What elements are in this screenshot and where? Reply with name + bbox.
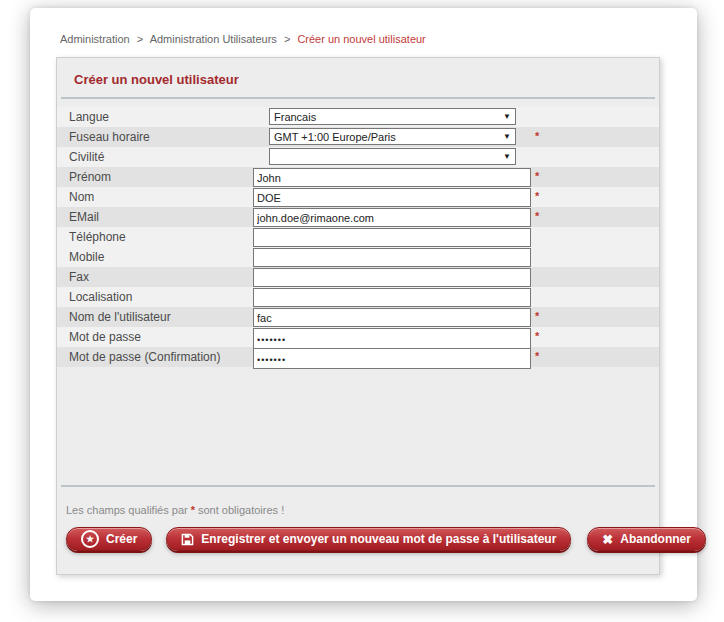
field-control	[253, 247, 659, 267]
field-control: *	[253, 327, 659, 347]
form-row: Fax	[57, 267, 659, 287]
required-asterisk: *	[535, 130, 539, 142]
title-separator	[61, 97, 655, 99]
field-control: *	[253, 167, 659, 187]
breadcrumb-separator: >	[284, 33, 290, 45]
select-value: Francais	[270, 109, 515, 124]
field-input[interactable]	[253, 228, 531, 247]
breadcrumb: Administration > Administration Utilisat…	[60, 33, 426, 45]
field-label: Localisation	[57, 290, 253, 304]
form-row: Téléphone	[57, 227, 659, 247]
field-control: GMT +1:00 Europe/Paris ▼ *	[253, 127, 659, 147]
star-icon: ★	[81, 530, 99, 548]
field-label: Langue	[57, 110, 253, 124]
field-input[interactable]	[253, 328, 531, 349]
save-and-send-password-button[interactable]: Enregistrer et envoyer un nouveau mot de…	[166, 527, 571, 551]
form-row: EMail *	[57, 207, 659, 227]
required-asterisk: *	[535, 170, 539, 182]
field-input[interactable]	[253, 348, 531, 369]
form-row: Langue Francais ▼	[57, 107, 659, 127]
form-row: Localisation	[57, 287, 659, 307]
field-label: Nom de l'utilisateur	[57, 310, 253, 324]
field-control: *	[253, 187, 659, 207]
field-label: EMail	[57, 210, 253, 224]
note-prefix: Les champs qualifiés par	[66, 504, 188, 516]
field-control	[253, 267, 659, 287]
create-button[interactable]: ★ Créer	[66, 527, 152, 551]
form-row: Nom *	[57, 187, 659, 207]
field-label: Nom	[57, 190, 253, 204]
save-button-label: Enregistrer et envoyer un nouveau mot de…	[201, 532, 556, 546]
field-label: Fuseau horaire	[57, 130, 253, 144]
form-rows: Langue Francais ▼ Fuseau horaire GMT +1:…	[57, 107, 659, 367]
field-label: Fax	[57, 270, 253, 284]
field-label: Téléphone	[57, 230, 253, 244]
field-input[interactable]	[253, 308, 531, 327]
chevron-down-icon: ▼	[503, 132, 511, 142]
form-row: Mot de passe *	[57, 327, 659, 347]
breadcrumb-administration-utilisateurs[interactable]: Administration Utilisateurs	[150, 33, 277, 45]
field-input[interactable]	[253, 168, 531, 187]
required-asterisk: *	[535, 210, 539, 222]
form-row: Mobile	[57, 247, 659, 267]
field-control: ▼	[253, 147, 659, 167]
required-asterisk: *	[535, 190, 539, 202]
action-buttons: ★ Créer Enregistrer et envoyer un nouvea…	[66, 527, 659, 551]
breadcrumb-current-page: Créer un nouvel utilisateur	[297, 33, 425, 45]
field-label: Mobile	[57, 250, 253, 264]
breadcrumb-administration[interactable]: Administration	[60, 33, 130, 45]
field-input[interactable]	[253, 248, 531, 267]
field-input[interactable]	[253, 208, 531, 227]
field-control: *	[253, 307, 659, 327]
page-card: Administration > Administration Utilisat…	[30, 8, 697, 601]
field-label: Mot de passe	[57, 330, 253, 344]
field-control	[253, 227, 659, 247]
panel-spacer	[57, 367, 659, 485]
field-input[interactable]	[253, 268, 531, 287]
required-fields-note: Les champs qualifiés par*sont obligatoir…	[66, 504, 659, 516]
field-label: Mot de passe (Confirmation)	[57, 350, 253, 364]
field-control: *	[253, 347, 659, 367]
form-row: Nom de l'utilisateur *	[57, 307, 659, 327]
create-user-panel: Créer un nouvel utilisateur Langue Franc…	[56, 57, 660, 575]
field-control	[253, 287, 659, 307]
field-label: Prénom	[57, 170, 253, 184]
x-icon: ✖	[602, 533, 613, 546]
chevron-down-icon: ▼	[503, 152, 511, 162]
field-select[interactable]: GMT +1:00 Europe/Paris ▼	[269, 128, 516, 145]
field-select[interactable]: Francais ▼	[269, 108, 516, 125]
save-icon	[181, 533, 194, 546]
field-select[interactable]: ▼	[269, 148, 516, 165]
required-asterisk: *	[191, 504, 195, 516]
field-label: Civilité	[57, 150, 253, 164]
field-input[interactable]	[253, 188, 531, 207]
page-title: Créer un nouvel utilisateur	[57, 58, 659, 97]
footer-separator	[61, 485, 655, 487]
select-value	[270, 149, 515, 150]
required-asterisk: *	[535, 330, 539, 342]
breadcrumb-separator: >	[137, 33, 143, 45]
form-row: Mot de passe (Confirmation) *	[57, 347, 659, 367]
required-asterisk: *	[535, 350, 539, 362]
field-control: *	[253, 207, 659, 227]
form-row: Prénom *	[57, 167, 659, 187]
create-button-label: Créer	[106, 532, 137, 546]
field-control: Francais ▼	[253, 107, 659, 127]
required-asterisk: *	[535, 310, 539, 322]
field-input[interactable]	[253, 288, 531, 307]
select-value: GMT +1:00 Europe/Paris	[270, 129, 515, 144]
note-suffix: sont obligatoires !	[198, 504, 284, 516]
form-row: Fuseau horaire GMT +1:00 Europe/Paris ▼ …	[57, 127, 659, 147]
form-row: Civilité ▼	[57, 147, 659, 167]
abandon-button-label: Abandonner	[620, 532, 691, 546]
abandon-button[interactable]: ✖ Abandonner	[587, 527, 706, 551]
chevron-down-icon: ▼	[503, 112, 511, 122]
